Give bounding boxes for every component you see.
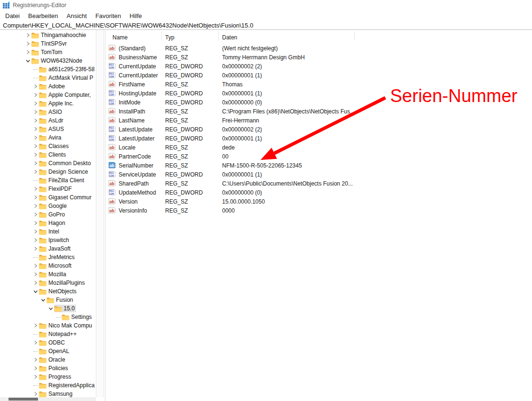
chevron-right-icon[interactable] [32,152,39,158]
tree-item-notepad[interactable]: Notepad++ [0,330,96,338]
tree-node[interactable]: AsLdr [39,117,65,124]
tree-node[interactable]: WOW6432Node [31,57,84,65]
column-divider[interactable] [354,31,355,41]
chevron-right-icon[interactable] [32,126,39,132]
tree-item-wow6432node[interactable]: WOW6432Node [0,56,96,65]
chevron-right-icon[interactable] [32,169,39,175]
tree-item-mozilla[interactable]: Mozilla [0,270,96,279]
tree-node[interactable]: TIntSPSvr [31,40,68,47]
menu-favoriten[interactable]: Favoriten [91,12,125,19]
chevron-right-icon[interactable] [25,32,31,38]
value-row-currentupdate[interactable]: 011110CurrentUpdateREG_DWORD0x00000002 (… [105,62,532,71]
chevron-right-icon[interactable] [32,212,39,217]
tree-node[interactable]: OpenAL [39,347,71,355]
tree-node[interactable]: Samsung [39,390,74,398]
tree-item-nico-mak-compu[interactable]: Nico Mak Compu [0,321,96,330]
tree-item-hagon[interactable]: Hagon [0,219,96,227]
tree-item-15-0[interactable]: 15.0 [0,304,96,313]
chevron-down-icon[interactable] [25,58,31,64]
chevron-down-icon[interactable] [40,297,47,303]
chevron-down-icon[interactable] [32,289,39,294]
chevron-right-icon[interactable] [32,340,39,345]
tree-item-asus[interactable]: ASUS [0,125,96,133]
chevron-right-icon[interactable] [32,323,39,328]
tree-item-actmask-virtual-p[interactable]: ActMask Virtual P [0,74,96,82]
tree-node-selected[interactable]: 15.0 [54,305,76,312]
tree-vertical-scrollbar[interactable] [96,30,104,397]
value-row-installpath[interactable]: abInstallPathREG_SZC:\Program Files (x86… [105,107,532,116]
tree-node[interactable]: Classes [39,142,70,150]
tree-node[interactable]: ASIO [39,108,64,116]
tree-item-jremetrics[interactable]: JreMetrics [0,253,96,261]
tree-node[interactable]: JreMetrics [39,253,76,261]
chevron-right-icon[interactable] [32,280,39,286]
chevron-right-icon[interactable] [32,109,39,115]
value-row-versioninfo[interactable]: abVersionInfoREG_SZ0000 [105,206,532,215]
tree-item-avira[interactable]: Avira [0,133,96,142]
tree-item-asldr[interactable]: AsLdr [0,116,96,125]
tree-item-microsoft[interactable]: Microsoft [0,261,96,270]
tree-item-netobjects[interactable]: NetObjects [0,287,96,296]
menu-bearbeiten[interactable]: Bearbeiten [24,12,62,19]
tree-item-policies[interactable]: Policies [0,364,96,373]
tree-item-settings[interactable]: Settings [0,313,96,321]
tree-node[interactable]: Intel [39,228,61,235]
tree-node[interactable]: Apple Inc. [39,100,75,107]
chevron-right-icon[interactable] [32,374,39,380]
tree-node[interactable]: Google [39,202,68,210]
tree-node[interactable]: Design Science [39,168,89,176]
tree-item-progress[interactable]: Progress [0,373,96,381]
tree-node[interactable]: Settings [62,313,93,321]
tree-item-openal[interactable]: OpenAL [0,347,96,355]
chevron-right-icon[interactable] [25,49,31,55]
tree-item-thingamahoochie[interactable]: Thingamahoochie [0,31,96,39]
column-header-data[interactable]: Daten [222,34,237,41]
tree-node[interactable]: ActMask Virtual P [39,74,94,82]
chevron-right-icon[interactable] [32,143,39,149]
menu-hilfe[interactable]: Hilfe [125,12,146,19]
tree-node[interactable]: TomTom [31,48,64,56]
tree-node[interactable]: Microsoft [39,262,73,270]
value-row-updatemethod[interactable]: 011110UpdateMethodREG_DWORD0x00000000 (0… [105,188,532,197]
column-header-name[interactable]: Name [112,34,128,41]
chevron-right-icon[interactable] [32,195,39,200]
value-row-serviceupdate[interactable]: 011110ServiceUpdateREG_DWORD0x00000001 (… [105,170,532,179]
chevron-right-icon[interactable] [32,365,39,371]
tree-node[interactable]: Fusion [47,296,75,304]
tree-node[interactable]: Clients [39,151,67,159]
value-row-locale[interactable]: abLocaleREG_SZdede [105,143,532,152]
tree-node[interactable]: Notepad++ [39,330,78,338]
tree-node[interactable]: Thingamahoochie [31,31,87,39]
tree-node[interactable]: FlexiPDF [39,185,73,193]
tree-item-asio[interactable]: ASIO [0,108,96,116]
chevron-right-icon[interactable] [32,220,39,226]
tree-item-tomtom[interactable]: TomTom [0,48,96,56]
chevron-right-icon[interactable] [32,84,39,89]
value-row-currentupdater[interactable]: 011110CurrentUpdaterREG_DWORD0x00000001 … [105,71,532,80]
value-row-standard[interactable]: ab(Standard)REG_SZ(Wert nicht festgelegt… [105,44,532,53]
tree-horizontal-scrollbar-thumb[interactable] [9,398,38,401]
column-divider[interactable] [161,31,162,41]
value-row-sharedpath[interactable]: abSharedPathREG_SZC:\Users\Public\Docume… [105,179,532,188]
tree-node[interactable]: Gigaset Commur [39,194,93,201]
tree-item-filezilla-client[interactable]: FileZilla Client [0,176,96,185]
tree-item-common-deskto[interactable]: Common Deskto [0,159,96,168]
tree-item-google[interactable]: Google [0,202,96,210]
tree-node[interactable]: Policies [39,364,69,372]
tree-item-a651c295-23f6-58[interactable]: a651c295-23f6-58 [0,65,96,74]
tree-item-flexipdf[interactable]: FlexiPDF [0,185,96,193]
chevron-right-icon[interactable] [32,246,39,252]
chevron-right-icon[interactable] [32,229,39,234]
tree-item-classes[interactable]: Classes [0,142,96,150]
tree-node[interactable]: a651c295-23f6-58 [39,65,96,73]
chevron-right-icon[interactable] [32,391,39,397]
tree-item-registeredapplica[interactable]: RegisteredApplica [0,381,96,390]
chevron-down-icon[interactable] [47,306,54,311]
chevron-right-icon[interactable] [32,203,39,209]
chevron-right-icon[interactable] [32,92,39,98]
value-row-latestupdate[interactable]: 011110LatestUpdateREG_DWORD0x00000002 (2… [105,125,532,134]
chevron-right-icon[interactable] [32,160,39,166]
tree-item-odbc[interactable]: ODBC [0,338,96,347]
tree-item-fusion[interactable]: Fusion [0,296,96,304]
value-row-businessname[interactable]: abBusinessNameREG_SZTommy Herrmann Desig… [105,53,532,62]
